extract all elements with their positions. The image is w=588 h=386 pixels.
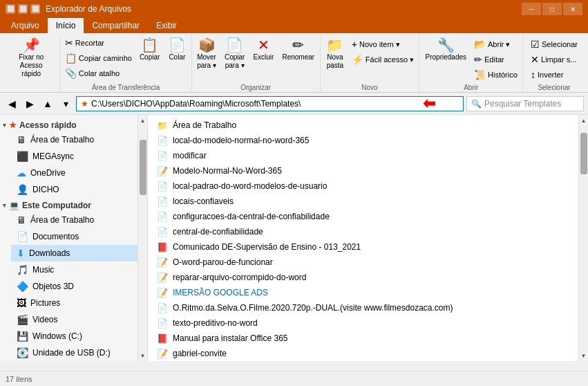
file-item-modificar[interactable]: 📄 modificar — [148, 148, 578, 163]
properties-icon: 🔧 — [437, 38, 455, 52]
cut-button[interactable]: ✂ Recortar — [62, 36, 135, 50]
move-to-button[interactable]: 📦 Moverpara ▾ — [193, 36, 220, 72]
address-input[interactable]: ★ C:\Users\DICHO\AppData\Roaming\Microso… — [76, 96, 464, 111]
select-all-button[interactable]: ☑ Selecionar — [528, 37, 580, 51]
minimize-button[interactable]: ─ — [522, 3, 541, 15]
app-icon-2: ⬜ — [18, 4, 28, 14]
file-icon-word4: 📝 — [156, 288, 169, 298]
file-name: Comunicado DE-Supervisão de Ensino - 013… — [173, 242, 361, 252]
close-button[interactable]: ✕ — [563, 3, 582, 15]
sidebar-item-3dobjects[interactable]: 🔷 Objetos 3D — [11, 278, 137, 295]
file-list: 📁 Área de Trabalho 📄 local-do-modelo-nor… — [148, 115, 578, 361]
maximize-button[interactable]: □ — [542, 3, 562, 15]
paste-button[interactable]: 📄 Colar — [164, 36, 189, 64]
file-icon-doc7: 📄 — [156, 303, 169, 313]
file-icon-doc8: 📄 — [156, 318, 169, 329]
tab-arquivo[interactable]: Arquivo — [3, 18, 48, 33]
file-item-ritmo[interactable]: 📄 O.Ritmo.da.Selva.O.Filme.2020.720p.-DU… — [148, 300, 578, 315]
file-item-comunicado[interactable]: 📕 Comunicado DE-Supervisão de Ensino - 0… — [148, 239, 578, 255]
file-name: Modelo-Normal-No-Word-365 — [173, 166, 282, 176]
file-item-gabriel[interactable]: 📝 gabriel-convite — [148, 346, 578, 361]
sidebar-item-videos[interactable]: 🎬 Videos — [11, 311, 137, 328]
user-icon: 👤 — [17, 184, 28, 195]
onedrive-icon: ☁ — [17, 167, 26, 178]
properties-button[interactable]: 🔧 Propriedades — [422, 36, 470, 64]
sidebar-item-windows-c[interactable]: 💾 Windows (C:) — [11, 328, 137, 344]
filelist-scroll-down[interactable]: ▼ — [579, 350, 588, 361]
sidebar-item-onedrive[interactable]: ☁ OneDrive — [11, 165, 137, 181]
file-item-locais-confiaveis[interactable]: 📄 locais-confiaveis — [148, 194, 578, 209]
file-item-local-modelo[interactable]: 📄 local-do-modelo-normal-no-word-365 — [148, 133, 578, 148]
filelist-scroll-thumb[interactable] — [580, 133, 587, 174]
file-item-configuracoes[interactable]: 📄 configuracoes-da-central-de-confiabili… — [148, 209, 578, 224]
sidebar-item-desktop2[interactable]: 🖥 Área de Trabalho — [11, 212, 137, 228]
megasync-label: MEGAsync — [32, 151, 74, 161]
file-name: modificar — [173, 151, 207, 160]
filelist-scrollbar[interactable]: ▲ ▼ — [578, 115, 588, 361]
file-name: Área de Trabalho — [173, 120, 236, 130]
file-item-manual[interactable]: 📕 Manual para instalar Office 365 — [148, 331, 578, 346]
tab-compartilhar[interactable]: Compartilhar — [84, 18, 148, 33]
file-item-modelo-normal[interactable]: 📝 Modelo-Normal-No-Word-365 — [148, 163, 578, 178]
open-button[interactable]: 📂 Abrir ▾ — [471, 37, 520, 51]
forward-button[interactable]: ▶ — [22, 96, 37, 111]
file-item-local-padrao[interactable]: 📄 local-padrao-do-word-modelos-de-usuari… — [148, 178, 578, 194]
history-icon: 📜 — [474, 69, 486, 80]
sidebar-item-documents[interactable]: 📄 Documentos — [11, 228, 137, 245]
rename-button[interactable]: ✏ Renomear — [278, 36, 318, 64]
paste-shortcut-button[interactable]: 📎 Colar atalho — [62, 66, 135, 80]
up-button[interactable]: ▲ — [40, 96, 55, 111]
pin-button[interactable]: 📌 Fixar noAcesso rápido — [7, 36, 55, 80]
file-name: gabriel-convite — [173, 349, 227, 358]
new-folder-button[interactable]: 📁 Novapasta — [323, 36, 348, 72]
this-computer-header[interactable]: ▾ 💻 Este Computador — [0, 198, 137, 212]
delete-button[interactable]: ✕ Excluir — [249, 36, 277, 64]
file-item-reparar[interactable]: 📝 reparar-arquivo-corrompido-do-word — [148, 270, 578, 285]
sidebar-item-usb-d[interactable]: 💽 Unidade de USB (D:) — [11, 344, 137, 361]
clear-selection-button[interactable]: ✕ Limpar s... — [528, 53, 580, 66]
sidebar-scrollbar[interactable]: ▲ ▼ — [138, 115, 148, 361]
sidebar-item-music[interactable]: 🎵 Music — [11, 261, 137, 278]
back-button[interactable]: ◀ — [4, 96, 19, 111]
copy-path-icon: 📋 — [65, 53, 77, 64]
history-button[interactable]: 📜 Histórico — [471, 68, 520, 82]
window-controls: ─ □ ✕ — [522, 3, 582, 15]
invert-selection-button[interactable]: ↕ Inverter — [528, 68, 580, 82]
tab-inicio[interactable]: Início — [48, 18, 84, 33]
dicho-label: DICHO — [32, 185, 59, 194]
sidebar-item-pictures[interactable]: 🖼 Pictures — [11, 295, 137, 311]
tab-exibir[interactable]: Exibir — [148, 18, 185, 33]
copy-button[interactable]: 📋 Copiar — [136, 36, 163, 64]
sidebar-item-desktop[interactable]: 🖥 Área de Trabalho — [11, 131, 137, 148]
sidebar-scroll-thumb[interactable] — [140, 140, 146, 195]
sidebar-scroll-up[interactable]: ▲ — [138, 115, 147, 126]
window-title: Explorador de Arquivos — [46, 4, 522, 14]
edit-button[interactable]: ✏ Editar — [471, 53, 520, 66]
copy-to-button[interactable]: 📄 Copiarpara ▾ — [221, 36, 248, 72]
ribbon-group-clipboard: ✂ Recortar 📋 Copiar caminho 📎 Colar atal… — [60, 36, 191, 91]
ribbon: 📌 Fixar noAcesso rápido ✂ Recortar 📋 Cop… — [0, 33, 588, 93]
sidebar-item-megasync[interactable]: ⬛ MEGAsync — [11, 148, 137, 165]
new-item-button[interactable]: + Novo item ▾ — [349, 37, 417, 51]
file-item-imersao[interactable]: 📝 IMERSÃO GOOGLE ADS — [148, 285, 578, 300]
sidebar-scroll-down[interactable]: ▼ — [138, 350, 147, 361]
file-item-texto[interactable]: 📄 texto-preditivo-no-word — [148, 315, 578, 331]
windows-c-label: Windows (C:) — [32, 331, 82, 341]
copy-path-button[interactable]: 📋 Copiar caminho — [62, 51, 135, 65]
search-box[interactable]: 🔍 Pesquisar Templates — [466, 96, 584, 111]
filelist-scroll-up[interactable]: ▲ — [579, 115, 588, 126]
quick-access-label: Acesso rápido — [19, 120, 77, 130]
file-item-central[interactable]: 📄 central-de-confiabilidade — [148, 224, 578, 239]
group-label-open: Abrir — [424, 84, 518, 91]
file-item-area-trabalho[interactable]: 📁 Área de Trabalho — [148, 118, 578, 133]
desktop2-label: Área de Trabalho — [30, 215, 94, 225]
group-label-clipboard: Área de Transferência — [64, 84, 187, 91]
select-all-icon: ☑ — [531, 39, 540, 50]
quick-access-header[interactable]: ▾ ★ Acesso rápido — [0, 118, 137, 131]
file-item-word-parou[interactable]: 📝 O-word-parou-de-funcionar — [148, 255, 578, 270]
recent-button[interactable]: ▾ — [58, 96, 73, 111]
sidebar-item-downloads[interactable]: ⬇ Downloads — [11, 245, 137, 261]
sidebar-item-dicho[interactable]: 👤 DICHO — [11, 181, 137, 198]
easy-access-button[interactable]: ⚡ Fácil acesso ▾ — [349, 53, 417, 66]
videos-label: Videos — [32, 315, 57, 324]
